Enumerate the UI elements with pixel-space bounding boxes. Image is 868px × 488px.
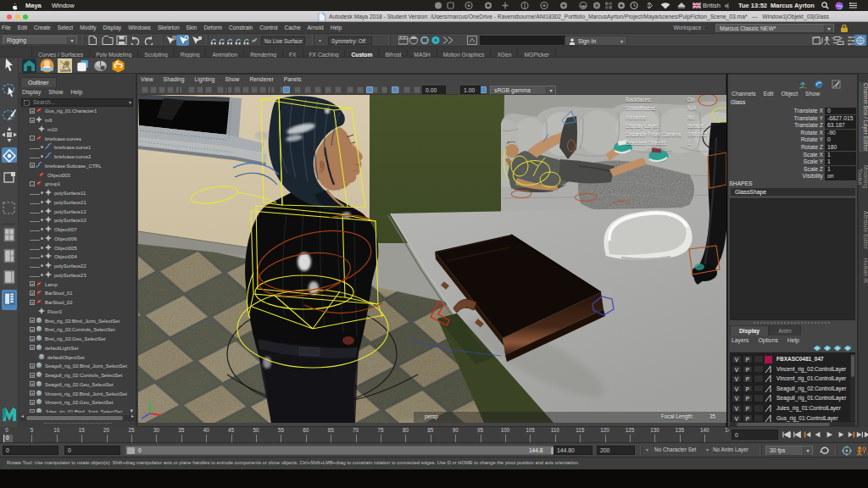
svg-text:+: +: [849, 344, 852, 348]
svg-text:+: +: [819, 344, 821, 348]
svg-text:tween: tween: [60, 69, 71, 73]
svg-text:+: +: [839, 344, 842, 348]
svg-text:+: +: [829, 344, 832, 348]
